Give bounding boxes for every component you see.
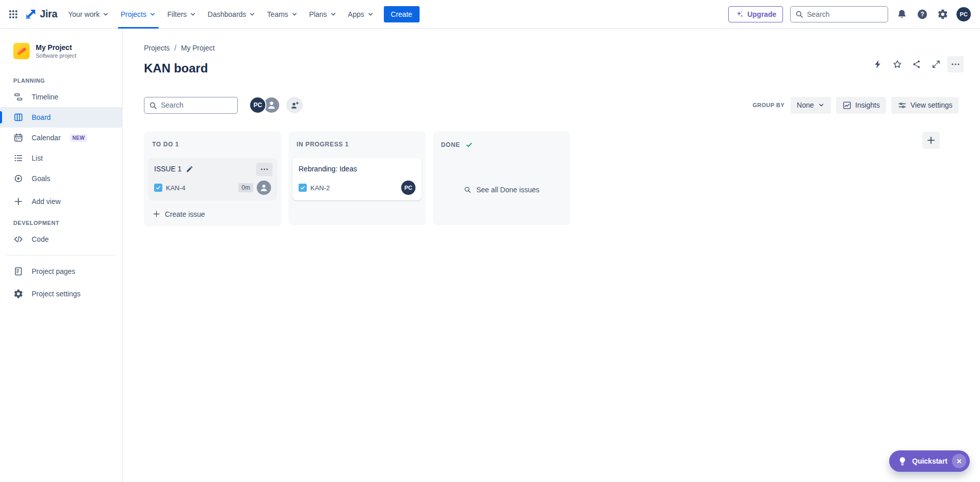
chevron-down-icon [291,11,298,18]
sidebar-item-label: Board [32,113,51,121]
issue-card-kan-2[interactable]: Rebranding: Ideas KAN-2 PC [292,158,422,200]
card-more-button[interactable] [256,163,273,176]
issue-card-kan-4[interactable]: ISSUE 1 KAN-4 0m [148,158,277,200]
nav-your-work[interactable]: Your work [62,0,115,29]
jira-logo[interactable]: Jira [24,8,57,20]
create-button[interactable]: Create [384,6,420,22]
search-icon [149,101,158,110]
board-toolbar: PC GROUP BY None Insights View settings [144,96,959,114]
sidebar-item-project-settings[interactable]: Project settings [0,284,122,304]
edit-pencil-icon[interactable] [186,165,193,173]
add-column-button[interactable] [922,132,940,149]
column-header: TO DO 1 [148,136,277,158]
sidebar-item-list[interactable]: List [0,148,122,168]
sidebar-item-goals[interactable]: Goals [0,168,122,189]
list-icon [13,153,23,163]
assignee-avatar-pc[interactable]: PC [401,181,415,195]
group-by-dropdown[interactable]: None [791,97,830,114]
nav-filters[interactable]: Filters [162,0,202,29]
insights-chart-icon [842,100,852,110]
quickstart-close-button[interactable]: ✕ [952,454,966,468]
member-avatar-pc[interactable]: PC [249,96,266,114]
nav-label: Plans [309,10,327,18]
close-icon: ✕ [957,458,962,465]
sidebar-item-label: Project settings [32,290,81,298]
chevron-down-icon [818,102,825,109]
issue-key[interactable]: KAN-2 [310,184,330,192]
more-horizontal-icon [950,59,961,69]
chevron-down-icon [249,11,256,18]
check-icon [300,185,306,191]
column-header: IN PROGRESS 1 [292,136,422,158]
help-button[interactable] [916,6,929,22]
expand-icon [931,59,941,69]
sidebar-item-label: Code [32,235,48,243]
card-title[interactable]: Rebranding: Ideas [299,165,357,173]
column-todo: TO DO 1 ISSUE 1 KAN-4 0m [144,132,281,226]
breadcrumb-projects[interactable]: Projects [144,44,170,52]
new-badge: NEW [70,134,87,142]
create-issue-button[interactable]: Create issue [148,206,277,222]
see-all-done-link[interactable]: See all Done issues [437,159,566,220]
check-icon [155,185,161,191]
done-check-icon [465,141,473,149]
upgrade-label: Upgrade [747,10,776,18]
estimate-badge: 0m [238,183,253,192]
sidebar-item-board[interactable]: Board [0,107,122,128]
chevron-down-icon [189,11,197,18]
create-issue-label: Create issue [165,210,205,218]
card-title-row: Rebranding: Ideas [299,165,415,173]
sidebar-divider [6,255,116,256]
nav-label: Teams [267,10,288,18]
page-icon [13,266,23,276]
global-search-input[interactable] [790,6,888,22]
sidebar-item-code[interactable]: Code [0,229,122,249]
nav-plans[interactable]: Plans [304,0,342,29]
nav-dashboards[interactable]: Dashboards [202,0,262,29]
app-switcher-button[interactable] [5,6,21,22]
settings-button[interactable] [936,6,949,22]
column-done: DONE See all Done issues [433,132,570,225]
task-type-icon [154,184,162,192]
quickstart-button[interactable]: Quickstart ✕ [889,450,970,472]
insights-button[interactable]: Insights [836,97,886,114]
star-button[interactable] [889,56,905,72]
nav-projects[interactable]: Projects [115,0,162,29]
person-icon [259,183,269,193]
sidebar-item-project-pages[interactable]: Project pages [0,261,122,282]
sidebar-item-timeline[interactable]: Timeline [0,87,122,107]
fullscreen-button[interactable] [928,56,944,72]
board-more-button[interactable] [947,56,964,72]
calendar-icon [13,133,23,143]
sidebar-item-calendar[interactable]: Calendar NEW [0,128,122,148]
sidebar-item-add-view[interactable]: Add view [0,191,122,212]
add-people-button[interactable] [286,97,303,113]
issue-key[interactable]: KAN-4 [166,184,185,192]
view-settings-button[interactable]: View settings [891,97,959,114]
see-all-done-label: See all Done issues [476,186,540,194]
notifications-button[interactable] [895,6,909,22]
profile-avatar[interactable]: PC [957,7,971,21]
sidebar-item-label: Goals [32,174,51,183]
sidebar-item-label: Add view [32,197,61,206]
card-meta-right: 0m [238,181,271,195]
primary-nav: Your work Projects Filters Dashboards Te… [62,0,379,29]
goals-icon [13,173,23,184]
nav-teams[interactable]: Teams [261,0,303,29]
share-icon [912,59,922,69]
board-main: Projects / My Project KAN board PC [122,29,980,482]
card-title[interactable]: ISSUE 1 [154,165,182,173]
upgrade-button[interactable]: Upgrade [728,6,783,22]
assignee-avatar-unassigned[interactable] [257,181,271,195]
top-navigation: Jira Your work Projects Filters Dashboar… [0,0,980,29]
view-settings-label: View settings [911,101,952,109]
insights-label: Insights [855,101,880,109]
nav-apps[interactable]: Apps [342,0,380,29]
breadcrumb: Projects / My Project [144,44,215,52]
board-icon [13,112,23,122]
sidebar-item-label: Timeline [32,93,58,101]
automation-button[interactable] [870,56,886,72]
board-search-input[interactable] [144,97,238,114]
share-button[interactable] [909,56,925,72]
breadcrumb-my-project[interactable]: My Project [181,44,214,52]
